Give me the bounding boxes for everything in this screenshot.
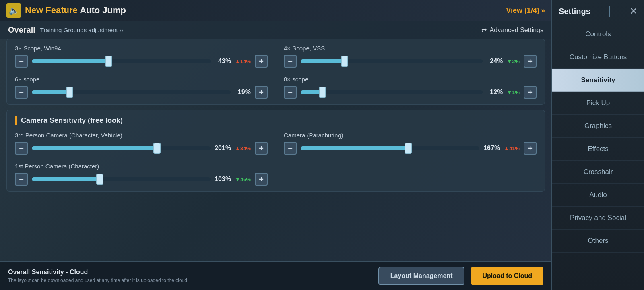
- cam1st-change: ▼46%: [235, 176, 251, 182]
- scope8x-label: 8× scope: [284, 76, 537, 83]
- cam1st-thumb[interactable]: [96, 174, 103, 185]
- sidebar: Settings ✕ Controls Customize Buttons Se…: [551, 0, 644, 290]
- cam-parachute-track-container[interactable]: [301, 142, 479, 155]
- cam1st-fill: [32, 177, 100, 181]
- sidebar-header: Settings ✕: [552, 0, 644, 23]
- sidebar-title: Settings: [559, 7, 590, 16]
- slider-group-scope3x: 3× Scope, Win94 − 43% ▲14% +: [15, 45, 268, 68]
- cam-parachute-minus-button[interactable]: −: [284, 142, 297, 155]
- sidebar-item-crosshair[interactable]: Crosshair: [552, 161, 644, 184]
- cam1st-minus-button[interactable]: −: [15, 173, 28, 186]
- scroll-area[interactable]: 3× Scope, Win94 − 43% ▲14% +: [0, 39, 551, 261]
- cam3rd-change: ▲34%: [235, 145, 251, 151]
- scope4x-value: 24%: [487, 58, 503, 65]
- slider-group-cam-parachute: Camera (Parachuting) − 167% ▲41% +: [284, 132, 537, 155]
- scope4x-minus-button[interactable]: −: [284, 55, 297, 68]
- scope4x-fill: [301, 59, 345, 63]
- scope3x-fill: [32, 59, 109, 63]
- close-button[interactable]: ✕: [630, 6, 638, 16]
- scope4x-thumb[interactable]: [341, 56, 348, 67]
- scope3x-plus-button[interactable]: +: [255, 55, 268, 68]
- scope6x-minus-button[interactable]: −: [15, 86, 28, 99]
- cloud-title: Overall Sensitivity - Cloud: [8, 269, 188, 276]
- banner-title: New Feature Auto Jump: [25, 5, 126, 16]
- cam3rd-thumb[interactable]: [153, 143, 161, 154]
- sidebar-item-others[interactable]: Others: [552, 230, 644, 253]
- scope8x-plus-button[interactable]: +: [524, 86, 537, 99]
- overall-header: Overall Training Grounds adjustment ›› ⇄…: [0, 21, 551, 39]
- cam3rd-track: [32, 146, 211, 150]
- scope3x-track-container[interactable]: [32, 55, 211, 68]
- sidebar-item-effects[interactable]: Effects: [552, 138, 644, 161]
- scope4x-label: 4× Scope, VSS: [284, 45, 537, 52]
- sidebar-item-audio[interactable]: Audio: [552, 184, 644, 207]
- scope3x-track: [32, 59, 211, 63]
- sidebar-nav: Controls Customize Buttons Sensitivity P…: [552, 23, 644, 290]
- cam-parachute-change: ▲41%: [504, 145, 520, 151]
- scope3x-thumb[interactable]: [105, 56, 112, 67]
- sidebar-item-privacy[interactable]: Privacy and Social: [552, 207, 644, 230]
- training-grounds-link[interactable]: Training Grounds adjustment ››: [40, 27, 124, 33]
- scope8x-thumb[interactable]: [319, 87, 326, 98]
- scope8x-track-container[interactable]: [301, 86, 483, 99]
- scope3x-minus-button[interactable]: −: [15, 55, 28, 68]
- cam-parachute-row: − 167% ▲41% +: [284, 142, 537, 155]
- cam3rd-label: 3rd Person Camera (Character, Vehicle): [15, 132, 268, 139]
- sidebar-item-graphics[interactable]: Graphics: [552, 115, 644, 138]
- scope8x-minus-button[interactable]: −: [284, 86, 297, 99]
- cam3rd-track-container[interactable]: [32, 142, 211, 155]
- overall-left: Overall Training Grounds adjustment ››: [8, 25, 124, 35]
- scope6x-thumb[interactable]: [66, 87, 73, 98]
- cam1st-label: 1st Person Camera (Character): [15, 163, 268, 170]
- scope8x-change: ▼1%: [507, 89, 520, 95]
- camera-section: Camera Sensitivity (free look) 3rd Perso…: [6, 110, 545, 192]
- cam3rd-fill: [32, 146, 157, 150]
- chevron-icon: ››: [120, 27, 124, 33]
- layout-management-button[interactable]: Layout Management: [378, 267, 465, 285]
- cam1st-plus-button[interactable]: +: [255, 173, 268, 186]
- slider-group-scope4x: 4× Scope, VSS − 24% ▼2% +: [284, 45, 537, 68]
- cam1st-value: 103%: [215, 176, 231, 183]
- new-feature-label: New Feature: [25, 5, 78, 15]
- view-link[interactable]: View (1/4) »: [506, 6, 545, 15]
- slider-group-scope8x: 8× scope − 12% ▼1% +: [284, 76, 537, 99]
- cloud-info: Overall Sensitivity - Cloud The layout c…: [8, 269, 188, 283]
- scope-panel: 3× Scope, Win94 − 43% ▲14% +: [6, 39, 545, 105]
- sidebar-item-pickup[interactable]: Pick Up: [552, 92, 644, 115]
- cam-parachute-plus-button[interactable]: +: [524, 142, 537, 155]
- banner-left: 🔈 New Feature Auto Jump: [6, 3, 126, 18]
- scope4x-track-container[interactable]: [301, 55, 483, 68]
- top-banner: 🔈 New Feature Auto Jump View (1/4) »: [0, 0, 551, 21]
- scope6x-fill: [32, 90, 70, 94]
- upload-cloud-button[interactable]: Upload to Cloud: [471, 267, 543, 285]
- scope3x-row: − 43% ▲14% +: [15, 55, 268, 68]
- scope8x-row: − 12% ▼1% +: [284, 86, 537, 99]
- scope6x-track: [32, 90, 231, 94]
- scope4x-row: − 24% ▼2% +: [284, 55, 537, 68]
- sidebar-item-controls[interactable]: Controls: [552, 23, 644, 46]
- scope8x-value: 12%: [487, 89, 503, 96]
- sidebar-item-customize[interactable]: Customize Buttons: [552, 46, 644, 69]
- camera-sliders-grid: 3rd Person Camera (Character, Vehicle) −…: [15, 132, 537, 186]
- cam1st-track-container[interactable]: [32, 173, 211, 186]
- slider-group-cam3rd: 3rd Person Camera (Character, Vehicle) −…: [15, 132, 268, 155]
- scope3x-change: ▲14%: [235, 58, 251, 64]
- slider-group-scope6x: 6× scope − 19% +: [15, 76, 268, 99]
- scope4x-plus-button[interactable]: +: [524, 55, 537, 68]
- scope4x-change: ▼2%: [507, 58, 520, 64]
- main-content: 🔈 New Feature Auto Jump View (1/4) » Ove…: [0, 0, 551, 290]
- scope6x-plus-button[interactable]: +: [255, 86, 268, 99]
- cam-parachute-thumb[interactable]: [405, 143, 412, 154]
- section-accent: [15, 116, 17, 125]
- bottom-bar: Overall Sensitivity - Cloud The layout c…: [0, 261, 551, 290]
- cam3rd-value: 201%: [215, 145, 231, 152]
- scope6x-track-container[interactable]: [32, 86, 231, 99]
- scope3x-label: 3× Scope, Win94: [15, 45, 268, 52]
- bottom-buttons: Layout Management Upload to Cloud: [378, 267, 543, 285]
- sidebar-item-sensitivity[interactable]: Sensitivity: [552, 69, 644, 92]
- cam3rd-minus-button[interactable]: −: [15, 142, 28, 155]
- camera-section-title-bar: Camera Sensitivity (free look): [15, 116, 537, 125]
- header-divider: [609, 6, 610, 17]
- advanced-settings-button[interactable]: ⇄ Advanced Settings: [481, 26, 543, 34]
- cam3rd-plus-button[interactable]: +: [255, 142, 268, 155]
